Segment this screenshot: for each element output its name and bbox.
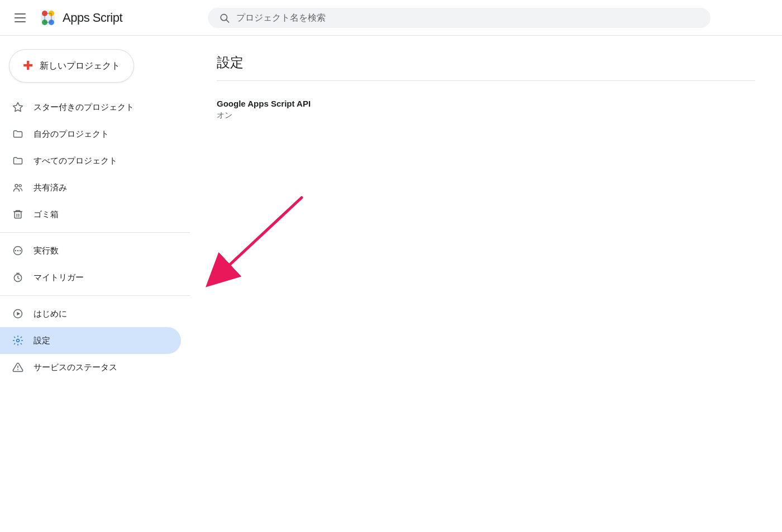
plus-icon: ✚ bbox=[23, 60, 33, 72]
executions-icon bbox=[11, 244, 25, 257]
sidebar-item-service-status[interactable]: サービスのステータス bbox=[0, 354, 181, 381]
logo-area: Apps Script bbox=[38, 8, 122, 28]
layout: ✚ 新しいプロジェクト スター付きのプロジェクト 自分のプロジェクト bbox=[0, 36, 782, 532]
section-divider bbox=[217, 80, 755, 81]
sidebar-item-executions[interactable]: 実行数 bbox=[0, 237, 181, 264]
folder-icon-all bbox=[11, 154, 25, 167]
sidebar-item-all-projects-label: すべてのプロジェクト bbox=[34, 156, 117, 166]
new-project-button[interactable]: ✚ 新しいプロジェクト bbox=[9, 49, 134, 83]
svg-point-10 bbox=[15, 184, 18, 187]
header-left: Apps Script bbox=[9, 7, 199, 29]
page-title: 設定 bbox=[217, 54, 755, 71]
sidebar-item-starred[interactable]: スター付きのプロジェクト bbox=[0, 94, 181, 121]
hamburger-menu-button[interactable] bbox=[9, 7, 31, 29]
header: Apps Script bbox=[0, 0, 782, 36]
svg-point-26 bbox=[17, 369, 18, 370]
star-icon bbox=[11, 100, 25, 114]
sidebar-item-shared[interactable]: 共有済み bbox=[0, 174, 181, 201]
sidebar-item-settings-label: 設定 bbox=[34, 336, 50, 346]
sidebar-item-get-started-label: はじめに bbox=[34, 309, 67, 319]
sidebar-divider-2 bbox=[0, 295, 190, 296]
sidebar-item-triggers[interactable]: マイトリガー bbox=[0, 264, 181, 291]
new-project-label: 新しいプロジェクト bbox=[40, 60, 120, 72]
sidebar-item-get-started[interactable]: はじめに bbox=[0, 300, 181, 327]
warning-icon bbox=[11, 361, 25, 374]
svg-point-16 bbox=[15, 250, 17, 252]
sidebar-item-my-projects-label: 自分のプロジェクト bbox=[34, 129, 109, 140]
search-icon bbox=[219, 12, 230, 23]
sidebar-item-settings[interactable]: 設定 bbox=[0, 327, 181, 354]
gear-icon bbox=[11, 334, 25, 347]
setting-item-api: Google Apps Script API オン bbox=[217, 99, 755, 121]
clock-icon bbox=[11, 271, 25, 284]
svg-point-24 bbox=[17, 339, 20, 342]
svg-rect-12 bbox=[15, 212, 21, 218]
sidebar-item-executions-label: 実行数 bbox=[34, 246, 59, 256]
sidebar: ✚ 新しいプロジェクト スター付きのプロジェクト 自分のプロジェクト bbox=[0, 36, 190, 532]
setting-api-label: Google Apps Script API bbox=[217, 99, 755, 108]
svg-point-11 bbox=[19, 185, 21, 187]
sidebar-divider-1 bbox=[0, 232, 190, 233]
sidebar-item-shared-label: 共有済み bbox=[34, 183, 67, 193]
app-title: Apps Script bbox=[63, 11, 122, 25]
setting-api-value: オン bbox=[217, 111, 755, 121]
search-bar[interactable] bbox=[208, 8, 711, 28]
search-input[interactable] bbox=[236, 13, 699, 23]
main-content: 設定 Google Apps Script API オン bbox=[190, 36, 782, 532]
sidebar-item-service-status-label: サービスのステータス bbox=[34, 362, 117, 373]
sidebar-item-trash-label: ゴミ箱 bbox=[34, 209, 59, 220]
sidebar-item-triggers-label: マイトリガー bbox=[34, 272, 84, 283]
sidebar-item-trash[interactable]: ゴミ箱 bbox=[0, 201, 181, 228]
apps-script-logo-icon bbox=[38, 8, 58, 28]
svg-marker-23 bbox=[17, 312, 20, 316]
svg-point-17 bbox=[17, 250, 19, 252]
folder-icon-my bbox=[11, 127, 25, 141]
sidebar-item-my-projects[interactable]: 自分のプロジェクト bbox=[0, 121, 181, 147]
people-icon bbox=[11, 181, 25, 194]
play-icon bbox=[11, 307, 25, 320]
sidebar-item-starred-label: スター付きのプロジェクト bbox=[34, 102, 134, 113]
svg-line-9 bbox=[226, 20, 228, 22]
svg-point-18 bbox=[20, 250, 21, 252]
sidebar-item-all-projects[interactable]: すべてのプロジェクト bbox=[0, 147, 181, 174]
svg-line-27 bbox=[218, 198, 302, 276]
trash-icon bbox=[11, 208, 25, 221]
